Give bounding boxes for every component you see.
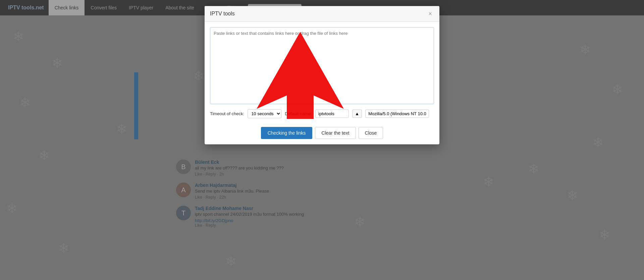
- modal-dialog: IPTV tools × Timeout of check: 10 second…: [205, 6, 439, 144]
- modal-close-button[interactable]: ×: [426, 10, 434, 17]
- user-agent-input[interactable]: [365, 110, 429, 118]
- clear-text-button[interactable]: Clear the text: [315, 127, 356, 139]
- links-textarea[interactable]: [210, 27, 434, 104]
- modal-title: IPTV tools: [210, 11, 235, 17]
- modal-footer: Checking the links Clear the text Close: [205, 124, 439, 144]
- check-links-button[interactable]: Checking the links: [261, 127, 313, 139]
- default-name-input[interactable]: [315, 110, 349, 118]
- close-button[interactable]: Close: [359, 127, 383, 139]
- modal-controls: Timeout of check: 10 seconds 5 seconds 1…: [210, 109, 434, 118]
- default-name-label: Default name:: [285, 111, 312, 116]
- modal-header: IPTV tools ×: [205, 6, 439, 22]
- modal-body: Timeout of check: 10 seconds 5 seconds 1…: [205, 22, 439, 124]
- timeout-label: Timeout of check:: [210, 111, 244, 116]
- user-agent-toggle[interactable]: ▲: [352, 110, 362, 118]
- timeout-select[interactable]: 10 seconds 5 seconds 15 seconds 30 secon…: [248, 109, 281, 118]
